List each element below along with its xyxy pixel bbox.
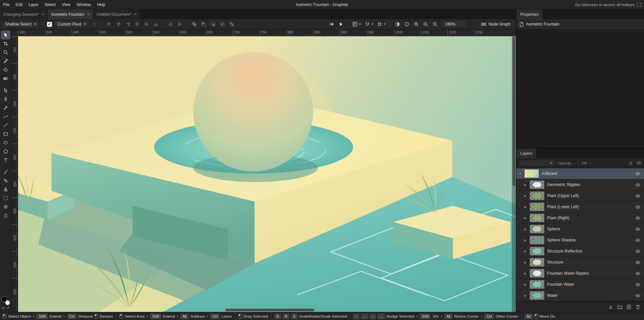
vertical-scrollbar[interactable]: [512, 36, 516, 312]
layer-visibility-toggle[interactable]: [635, 182, 641, 187]
layer-visibility-toggle[interactable]: [635, 260, 641, 265]
layer-expand-caret[interactable]: [524, 283, 529, 286]
pivot-position-grid[interactable]: [92, 21, 97, 27]
layer-expand-caret[interactable]: [524, 272, 529, 275]
layer-row[interactable]: Plant (Upper Left): [516, 190, 644, 201]
zoom-in-button[interactable]: [412, 20, 420, 28]
play-button[interactable]: [337, 20, 345, 28]
layer-expand-caret[interactable]: [524, 205, 529, 209]
layer-row[interactable]: Geometric Ripples: [516, 179, 644, 190]
tool-artboard-button[interactable]: [1, 39, 10, 48]
layer-row[interactable]: Water: [516, 290, 644, 301]
layer-expand-caret[interactable]: [524, 294, 529, 297]
layer-visibility-toggle[interactable]: [635, 171, 641, 176]
new-layer-icon[interactable]: [626, 304, 632, 310]
layer-expand-caret[interactable]: [524, 217, 529, 220]
layer-expand-caret[interactable]: [524, 194, 529, 197]
layer-visibility-toggle[interactable]: [635, 249, 641, 254]
pivot-enabled-checkbox[interactable]: [47, 22, 52, 27]
tool-gradient-button[interactable]: [1, 74, 10, 83]
vertical-scrollbar-thumb[interactable]: [513, 37, 515, 186]
tool-line-button[interactable]: [1, 121, 10, 130]
tool-select-button[interactable]: [1, 31, 10, 39]
menubar-item[interactable]: File: [0, 0, 12, 9]
close-tab-icon[interactable]: [87, 12, 90, 16]
layer-row[interactable]: Fountain Water Ripples: [516, 268, 644, 279]
tool-freehand-button[interactable]: [1, 103, 10, 112]
layer-row[interactable]: Fountain Water: [516, 279, 644, 290]
document-tab[interactable]: Untitled Document*: [93, 9, 140, 19]
horizontal-scrollbar[interactable]: [18, 308, 512, 312]
primary-color-swatch[interactable]: [1, 296, 7, 302]
layer-visibility-toggle[interactable]: [635, 282, 641, 287]
document-tab[interactable]: Isometric Fountain: [48, 9, 93, 19]
layer-expand-caret[interactable]: [524, 239, 529, 242]
layer-row[interactable]: Plant (Right): [516, 213, 644, 224]
tool-path-button[interactable]: [1, 86, 10, 95]
layer-expand-caret[interactable]: [524, 183, 529, 186]
close-tab-icon[interactable]: [134, 12, 137, 16]
snapping-options-dropdown[interactable]: [364, 21, 375, 27]
zoom-out-button[interactable]: [422, 20, 430, 28]
tab-properties[interactable]: Properties: [516, 9, 543, 19]
layer-expand-caret[interactable]: [519, 172, 524, 175]
layer-expand-caret[interactable]: [524, 228, 529, 231]
new-folder-icon[interactable]: [617, 304, 623, 310]
tool-text-button[interactable]: [1, 156, 10, 165]
tool-ellipse-button[interactable]: [1, 138, 10, 147]
delete-layer-icon[interactable]: [635, 304, 641, 310]
layer-visibility-toggle[interactable]: [635, 204, 641, 210]
tool-polygon-button[interactable]: [1, 147, 10, 156]
tool-patch-button[interactable]: [1, 194, 10, 202]
view-mode-dropdown[interactable]: [351, 21, 362, 27]
tool-pen-button[interactable]: [1, 95, 10, 103]
tool-relight-button[interactable]: [1, 211, 10, 220]
menubar-item[interactable]: View: [59, 0, 73, 9]
menubar-item[interactable]: Select: [42, 0, 59, 9]
selection-mode-dropdown[interactable]: Shallow Select: [2, 20, 40, 28]
grid-options-dropdown[interactable]: [376, 21, 387, 27]
canvas-artwork-isometric-fountain[interactable]: [18, 36, 516, 312]
menubar-item[interactable]: Layer: [25, 0, 42, 9]
menubar-item[interactable]: Edit: [12, 0, 25, 9]
node-graph-button[interactable]: Node Graph: [478, 20, 514, 28]
horizontal-scrollbar-thumb[interactable]: [225, 309, 314, 311]
go-to-start-button[interactable]: [327, 20, 335, 28]
zoom-level-input[interactable]: 160%: [442, 20, 467, 28]
swap-colors-icon[interactable]: [2, 306, 5, 310]
tab-layers[interactable]: Layers: [516, 148, 537, 158]
layer-visibility-toggle[interactable]: [635, 227, 641, 232]
layer-row[interactable]: Artboard: [516, 168, 644, 179]
outline-view-button[interactable]: [403, 20, 411, 28]
document-tab[interactable]: Changing Seasons*: [0, 9, 48, 19]
layer-row[interactable]: Structure: [516, 257, 644, 268]
layer-visibility-toggle[interactable]: [635, 238, 641, 243]
tool-navigate-button[interactable]: [1, 48, 10, 57]
layer-visibility-toggle[interactable]: [635, 216, 641, 221]
layer-row[interactable]: Structure Reflection: [516, 246, 644, 257]
tool-heal-button[interactable]: [1, 176, 10, 185]
reset-colors-icon[interactable]: [6, 306, 9, 310]
pivot-mode-dropdown[interactable]: Custom Pivot: [54, 20, 89, 28]
layer-row[interactable]: Sphere: [516, 224, 644, 235]
tool-detail-button[interactable]: [1, 202, 10, 211]
tool-rectangle-button[interactable]: [1, 130, 10, 138]
layer-visibility-toggle[interactable]: [635, 271, 641, 276]
display-mode-button[interactable]: [393, 20, 401, 28]
layer-expand-caret[interactable]: [524, 250, 529, 253]
tool-spline-button[interactable]: [1, 112, 10, 121]
menubar-item[interactable]: Help: [94, 0, 108, 9]
fullscreen-hint[interactable]: Go fullscreen to access all hotkeys: [575, 0, 641, 9]
layer-row[interactable]: Plant (Lower Left): [516, 201, 644, 213]
close-tab-icon[interactable]: [42, 12, 44, 16]
layer-row[interactable]: Sphere Shadow: [516, 235, 644, 246]
layer-visibility-toggle[interactable]: [635, 293, 641, 298]
tool-eyedropper-button[interactable]: [1, 57, 10, 65]
menubar-item[interactable]: Window: [73, 0, 94, 9]
tool-clone-button[interactable]: [1, 185, 10, 194]
move-into-folder-icon[interactable]: [608, 304, 613, 310]
tool-fill-button[interactable]: [1, 65, 10, 74]
canvas-area[interactable]: [18, 36, 516, 312]
layer-visibility-toggle[interactable]: [635, 193, 641, 198]
tool-brush-button[interactable]: [1, 168, 10, 176]
